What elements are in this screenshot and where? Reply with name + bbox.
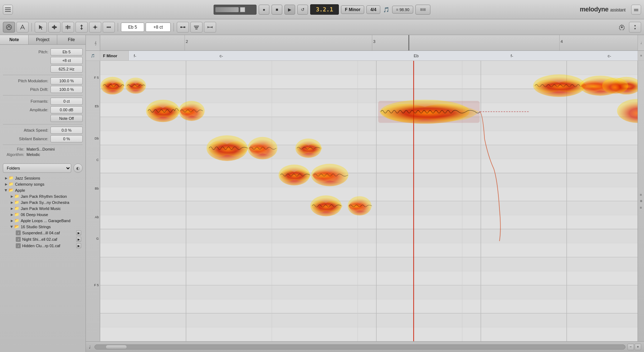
right-sidebar: ≡ ≡: [638, 61, 644, 341]
zoom-in-button[interactable]: +: [635, 344, 641, 350]
tree-item-apple[interactable]: ▶ 📂 Apple: [3, 187, 83, 193]
file-play-button-2[interactable]: ▶: [76, 237, 81, 242]
key-signature-label: F Minor: [100, 51, 129, 60]
record-button[interactable]: ●: [259, 5, 269, 15]
piano-keys-header: 𝄞: [86, 35, 100, 50]
right-dot: [640, 200, 642, 202]
attack-value[interactable]: 0.0 %: [50, 127, 83, 134]
tab-note[interactable]: Note: [0, 35, 29, 44]
tool-distribute-button[interactable]: [177, 22, 189, 33]
studio-strings-children: ♪ Suspended...ill 04.caf ▶ ♪ Night Shi..…: [9, 230, 83, 249]
tab-file[interactable]: File: [57, 35, 86, 44]
sibilant-value[interactable]: 0 %: [50, 135, 83, 142]
svg-text:C: C: [97, 158, 99, 162]
tool-pitch-button[interactable]: [3, 22, 15, 33]
left-panel-tabs: Note Project File: [0, 35, 86, 45]
tool-extra-button[interactable]: [103, 22, 115, 33]
tool-separator-1: [31, 23, 32, 31]
tree-item-garageband[interactable]: ▶ 📁 Apple Loops ... GarageBand: [9, 217, 83, 224]
tree-item-studio-strings[interactable]: ▶ 📂 16 Studio Strings: [9, 224, 83, 230]
sidebar-toggle-button[interactable]: [3, 5, 13, 15]
folder-selector[interactable]: Folders: [3, 163, 71, 173]
sibilant-row: Sibilant Balance: 0 %: [3, 135, 83, 142]
settings-gear-button[interactable]: [617, 22, 627, 32]
tempo-display[interactable]: = 98.90: [392, 6, 413, 14]
svg-rect-7: [52, 26, 57, 28]
amplitude-value[interactable]: 0.00 dB: [50, 106, 83, 113]
formants-value[interactable]: 0 ct: [50, 98, 83, 105]
svg-point-18: [94, 26, 96, 28]
tool-misc-button[interactable]: [629, 22, 641, 33]
file-item-hidden[interactable]: ♪ Hidden Clu...rp 01.caf ▶: [14, 243, 83, 249]
tree-item-jazz-sessions[interactable]: ▶ 📁 Jazz Sessions: [3, 175, 83, 181]
right-btn-bottom[interactable]: ≡: [639, 205, 644, 210]
file-play-button-1[interactable]: ▶: [76, 230, 81, 235]
svg-text:G: G: [96, 237, 99, 240]
file-item-night[interactable]: ♪ Night Shi...ell 02.caf ▶: [14, 236, 83, 243]
tree-item-rhythm[interactable]: ▶ 📁 Jam Pack Rhythm Section: [9, 193, 83, 199]
position-display[interactable]: 3.2.1: [310, 4, 339, 15]
file-item-suspended[interactable]: ♪ Suspended...ill 04.caf ▶: [14, 230, 83, 236]
timeline[interactable]: 2 3 4 ♩: [100, 35, 644, 50]
progress-bar[interactable]: [214, 5, 257, 15]
attack-label: Attack Speed:: [18, 128, 48, 132]
tree-item-symphony[interactable]: ▶ 📁 Jam Pack Sy...ny Orchestra: [9, 199, 83, 205]
tool-separator-2: [118, 23, 118, 31]
midi-button[interactable]: ⊞⊞: [415, 5, 430, 15]
folder-icon-garageband: 📁: [14, 218, 19, 223]
tree-item-world[interactable]: ▶ 📁 Jam Pack World Music: [9, 205, 83, 211]
pitch-label: Pitch:: [18, 50, 48, 54]
tool-align-button[interactable]: [190, 22, 203, 33]
window-minimize-button[interactable]: [631, 5, 641, 15]
tree-arrow-apple: ▶: [4, 189, 8, 192]
pitch-value[interactable]: Eb 5: [50, 48, 83, 55]
zoom-notes-button[interactable]: ♩: [640, 41, 642, 45]
svg-text:2: 2: [186, 39, 188, 44]
stop-button[interactable]: ■: [272, 5, 282, 15]
pitch-hz-value[interactable]: 625.2 Hz: [50, 65, 83, 73]
scroll-track[interactable]: [94, 344, 625, 349]
key-display[interactable]: F Minor: [341, 5, 364, 14]
chord-track: F Minor f- c- Eb f- c-: [100, 51, 638, 60]
tool-select-button[interactable]: [35, 22, 47, 33]
pitch-value-display[interactable]: Eb 5: [121, 23, 144, 32]
tab-project[interactable]: Project: [29, 35, 57, 44]
chord-toggle-icon: ≡: [639, 55, 643, 57]
note-off-button[interactable]: Note Off: [50, 115, 83, 122]
browser-action-button[interactable]: ◐: [73, 163, 83, 173]
svg-rect-26: [195, 27, 198, 28]
pitch-cents-value[interactable]: +8 ct: [50, 57, 83, 64]
tree-item-celemony[interactable]: ▶ 📁 Celemony songs: [3, 181, 83, 187]
svg-rect-25: [194, 26, 199, 26]
tree-item-deephouse[interactable]: ▶ 📁 06 Deep House: [9, 211, 83, 217]
svg-point-20: [108, 26, 109, 28]
note-grid[interactable]: [100, 61, 638, 341]
tool-pitch-drag-button[interactable]: [48, 22, 60, 33]
file-play-button-3[interactable]: ▶: [76, 243, 81, 248]
tree-label-celemony: Celemony songs: [15, 182, 81, 186]
tool-tuning-button[interactable]: [16, 22, 29, 33]
right-btn-top[interactable]: ≡: [639, 192, 644, 197]
audio-file-icon-1: ♪: [16, 230, 21, 235]
tool-spread-button[interactable]: [204, 22, 216, 33]
bottom-bar-icon: ♩: [89, 344, 91, 349]
tool-snap-button[interactable]: [89, 22, 101, 33]
loop-button[interactable]: ↺: [297, 5, 308, 15]
tool-time-button[interactable]: [75, 22, 88, 33]
play-button[interactable]: ▶: [284, 5, 295, 15]
file-info-row: File: MaterS...Domini: [3, 147, 83, 151]
chord-key-label: 🎵: [86, 51, 100, 60]
zoom-out-button[interactable]: −: [628, 344, 634, 350]
main-toolbar: Eb 5 +8 ct: [0, 19, 644, 35]
divider-4: [3, 145, 83, 145]
pitch-mod-value[interactable]: 100.0 %: [50, 77, 83, 84]
pitch-drift-value[interactable]: 100.0 %: [50, 86, 83, 93]
time-signature[interactable]: 4/4: [366, 5, 380, 14]
chord-bar-right: ≡: [638, 51, 644, 60]
svg-rect-22: [180, 26, 182, 28]
scroll-thumb[interactable]: [106, 345, 127, 349]
tool-scale-button[interactable]: [62, 22, 74, 33]
tree-arrow-deephouse: ▶: [10, 213, 14, 216]
svg-rect-59: [100, 145, 638, 159]
pitch-cents-display[interactable]: +8 ct: [146, 23, 171, 32]
